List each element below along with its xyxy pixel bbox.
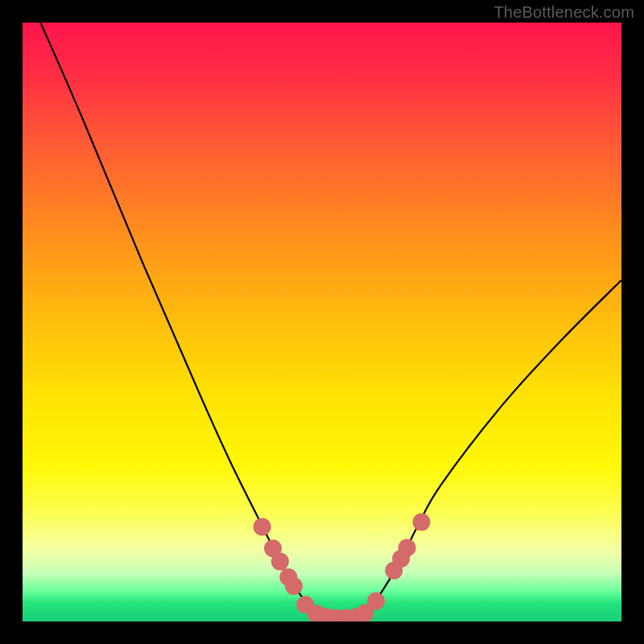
curve-markers (254, 514, 431, 622)
chart-frame: TheBottleneck.com (0, 0, 644, 644)
plot-area (23, 23, 621, 621)
curve-marker (271, 553, 289, 571)
curve-marker (413, 514, 431, 531)
curve-marker (367, 592, 385, 610)
curve-marker (398, 539, 416, 557)
bottleneck-curve (40, 23, 621, 619)
curve-marker (254, 518, 271, 535)
watermark-text: TheBottleneck.com (493, 3, 634, 22)
bottleneck-curve-svg (23, 23, 621, 621)
curve-marker (285, 577, 303, 595)
